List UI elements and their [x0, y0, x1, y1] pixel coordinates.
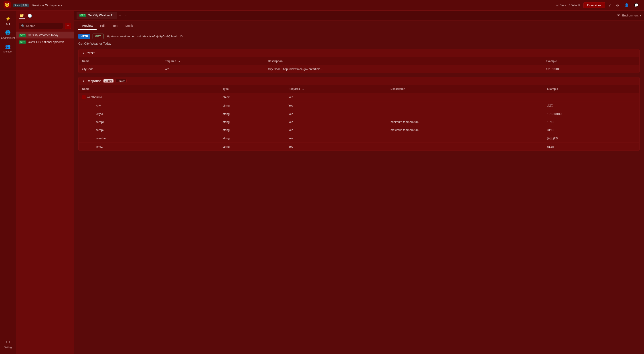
req-tab-edit[interactable]: Edit: [96, 22, 109, 30]
resp-row-3-type: string: [219, 118, 285, 126]
resp-row-0-example: [544, 93, 639, 101]
api-item-0[interactable]: GET Get City Weather Today: [16, 31, 74, 38]
top-nav-actions: Extensions ? ⚙ 👤 💬: [580, 2, 641, 8]
workspace-chevron-icon: ▾: [61, 4, 62, 6]
environment-label: Environment: [622, 14, 638, 17]
sidebar-api-label: API: [6, 23, 10, 25]
response-params-table: Name Type Required ▼ Description Example…: [78, 85, 639, 151]
api-description: Get City Weather Today: [78, 42, 640, 45]
req-tab-mock-label: Mock: [126, 24, 133, 27]
req-tab-preview[interactable]: Preview: [78, 22, 96, 30]
filter-icon[interactable]: ▼: [178, 60, 180, 63]
sidebar-item-member[interactable]: 👥 Member: [1, 42, 15, 55]
rest-col-name: Name: [78, 57, 161, 65]
request-tabs: Preview Edit Test Mock: [74, 20, 644, 30]
collapse-icon-0[interactable]: −: [82, 95, 86, 99]
resp-row-3-required: Yes: [285, 118, 387, 126]
back-label: Back: [560, 3, 566, 7]
response-badge-object[interactable]: Object: [116, 79, 126, 83]
content-tab-active[interactable]: GET Get City Weather T...: [76, 12, 117, 19]
top-bar: 🐱 Stars 1.2k Persional Workspace ▾ ↩ Bac…: [0, 0, 644, 11]
resp-row-6-name: img1: [78, 143, 219, 151]
sidebar-icons: ⚡ API 🌐 Environment 👥 Member ⚙ Setting: [0, 11, 16, 354]
resp-row-0-description: [387, 93, 544, 101]
github-badge[interactable]: Stars 1.2k: [13, 3, 29, 7]
settings-icon-button[interactable]: ⚙: [614, 2, 621, 8]
sidebar-item-environment[interactable]: 🌐 Environment: [1, 28, 15, 41]
response-collapse-icon[interactable]: ▲: [82, 79, 85, 82]
req-tab-mock[interactable]: Mock: [122, 22, 136, 30]
resp-row-4-required: Yes: [285, 126, 387, 134]
rest-section-header: ▲ REST: [78, 49, 639, 57]
github-stars-count: 1.2k: [22, 3, 29, 7]
new-tab-button[interactable]: +: [117, 12, 123, 19]
resp-row-4-example: 31°C: [544, 126, 639, 134]
api-item-name-1: COVID-19 national epidemic: [28, 40, 64, 43]
workspace-name: Persional Workspace: [32, 3, 60, 7]
main-layout: ⚡ API 🌐 Environment 👥 Member ⚙ Setting 📁…: [0, 11, 644, 354]
rest-row-0-required: Yes: [161, 65, 264, 73]
req-tab-preview-label: Preview: [82, 24, 93, 27]
response-badge-json[interactable]: JSON: [103, 79, 114, 83]
resp-row-0-name: −weatherinfo: [78, 93, 219, 101]
eye-icon[interactable]: 👁: [617, 13, 620, 17]
back-arrow-icon: ↩: [556, 3, 559, 7]
resp-filter-icon[interactable]: ▼: [302, 88, 304, 90]
method-get-badge: GET: [92, 33, 104, 39]
request-url: http://www.weather.com.cn/data/cityinfo/…: [106, 35, 177, 38]
environment-selector[interactable]: Environment ▾: [622, 14, 641, 17]
extensions-button[interactable]: Extensions: [584, 2, 605, 8]
resp-row-6-description: [387, 143, 544, 151]
search-box: 🔍: [19, 23, 63, 29]
breadcrumb-separator: /: [569, 3, 570, 7]
resp-row-5: weather string Yes 多云转阴: [78, 134, 639, 143]
rest-section-title: REST: [86, 51, 95, 55]
resp-row-5-type: string: [219, 134, 285, 143]
resp-row-0: −weatherinfo object Yes: [78, 93, 639, 101]
request-content: HTTP GET http://www.weather.com.cn/data/…: [74, 30, 644, 354]
resp-col-required: Required ▼: [285, 85, 387, 93]
resp-row-1-name: city: [78, 101, 219, 110]
resp-row-1-type: string: [219, 101, 285, 110]
copy-url-icon[interactable]: ⧉: [180, 34, 183, 38]
req-tab-test[interactable]: Test: [109, 22, 122, 30]
back-link[interactable]: ↩ Back: [556, 3, 566, 7]
req-tab-edit-label: Edit: [100, 24, 106, 27]
tab-folder[interactable]: 📁: [19, 12, 25, 19]
req-tab-test-label: Test: [112, 24, 118, 27]
sidebar-setting-label: Setting: [4, 346, 12, 349]
help-icon-button[interactable]: ?: [607, 2, 612, 8]
tab-history[interactable]: 🕐: [27, 13, 33, 19]
main-content: GET Get City Weather T... + ··· 👁 Enviro…: [74, 11, 644, 354]
resp-row-0-required: Yes: [285, 93, 387, 101]
add-button[interactable]: +: [65, 23, 71, 29]
resp-row-1-description: [387, 101, 544, 110]
response-section-card: ▲ Response JSON Object Name Type Require…: [78, 77, 640, 151]
workspace-selector[interactable]: Persional Workspace ▾: [32, 3, 62, 7]
resp-row-4: temp2 string Yes maximun temperature 31°…: [78, 126, 639, 134]
response-section-title: Response: [86, 79, 102, 83]
rest-row-0-description: City Code : http://www.mca.gov.cn/articl…: [264, 65, 542, 73]
search-input[interactable]: [26, 24, 60, 27]
api-icon: ⚡: [5, 16, 11, 21]
content-tab-title: Get City Weather T...: [88, 13, 114, 17]
rest-collapse-icon[interactable]: ▲: [82, 51, 85, 55]
more-tabs-button[interactable]: ···: [123, 13, 129, 18]
http-badge: HTTP: [78, 34, 90, 39]
rest-row-0: cityCode Yes City Code : http://www.mca.…: [78, 65, 639, 73]
breadcrumb-default: Default: [570, 3, 580, 7]
search-area: 🔍 +: [16, 21, 74, 31]
resp-row-1-example: 北京: [544, 101, 639, 110]
resp-row-2-required: Yes: [285, 110, 387, 118]
api-item-1[interactable]: GET COVID-19 national epidemic: [16, 38, 74, 45]
resp-row-3-name: temp1: [78, 118, 219, 126]
environment-chevron-icon: ▾: [640, 14, 641, 17]
chat-icon-button[interactable]: 💬: [632, 2, 640, 8]
user-icon-button[interactable]: 👤: [623, 2, 631, 8]
resp-row-4-type: string: [219, 126, 285, 134]
rest-col-required: Required ▼: [161, 57, 264, 65]
member-icon: 👥: [5, 43, 11, 49]
resp-row-6-example: n1.gif: [544, 143, 639, 151]
sidebar-item-setting[interactable]: ⚙ Setting: [1, 338, 15, 351]
sidebar-item-api[interactable]: ⚡ API: [1, 14, 15, 27]
